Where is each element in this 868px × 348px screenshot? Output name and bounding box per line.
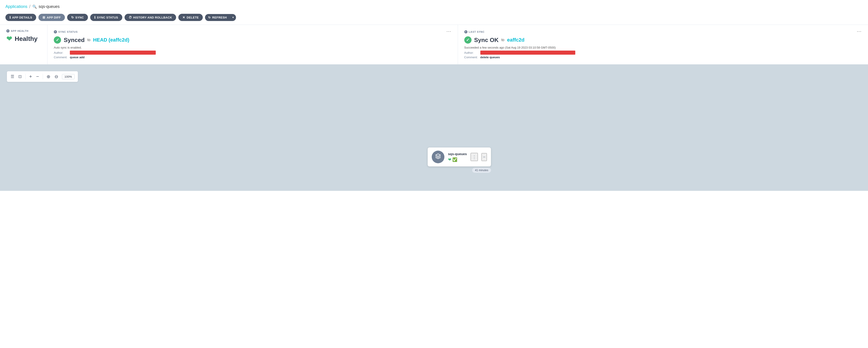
- remove-button[interactable]: −: [36, 73, 39, 80]
- last-sync-author-row: Author:: [464, 50, 862, 55]
- app-node-badges: ❤ ✅: [448, 157, 467, 162]
- author-redacted: [70, 50, 156, 55]
- health-status-text: Healthy: [15, 35, 37, 42]
- app-details-button[interactable]: ℹ APP DETAILS: [5, 14, 36, 21]
- refresh-dropdown-arrow[interactable]: ▾: [230, 14, 236, 21]
- time-badge: 41 minutes: [472, 168, 491, 173]
- history-rollback-button[interactable]: ⏱ HISTORY AND ROLLBACK: [125, 14, 176, 21]
- toolbar-separator-1: [25, 74, 26, 79]
- sync-status-panel: ? SYNC STATUS ··· ✓ Synced to HEAD (eaff…: [48, 25, 458, 64]
- sync-status-info-icon: ?: [54, 30, 57, 33]
- app-diff-button[interactable]: ⊞ APP DIFF: [38, 14, 65, 21]
- app-node-container: sqs-queues ❤ ✅ ⋮ − 41 minutes: [428, 147, 491, 173]
- sync-author-row: Author:: [54, 50, 452, 55]
- last-sync-to-label: to: [501, 38, 504, 42]
- sync-status-button[interactable]: ℹ SYNC STATUS: [90, 14, 122, 21]
- app-health-header: ? APP HEALTH: [6, 29, 41, 33]
- breadcrumb-separator: /: [29, 4, 31, 9]
- applications-link[interactable]: Applications: [5, 4, 27, 9]
- canvas-area: ☰ ⊡ + − ⊕ ⊖ sqs-queues: [0, 64, 868, 191]
- main-toolbar: ℹ APP DETAILS ⊞ APP DIFF ↻ SYNC ℹ SYNC S…: [0, 11, 868, 25]
- sync-ok-check-icon: ✓: [464, 36, 471, 44]
- refresh-split-button: ↻ REFRESH ▾: [205, 14, 236, 21]
- app-node-menu-button[interactable]: ⋮: [471, 153, 478, 161]
- author-label: Author:: [54, 51, 68, 55]
- canvas-toolbar: ☰ ⊡ + − ⊕ ⊖: [7, 71, 78, 82]
- last-sync-comment-label: Comment:: [464, 56, 479, 59]
- fit-screen-button[interactable]: ⊡: [18, 74, 22, 79]
- last-sync-info-icon: ?: [464, 30, 467, 33]
- delete-icon: ✕: [182, 15, 185, 19]
- node-heart-badge: ❤: [448, 157, 452, 162]
- zoom-out-button[interactable]: ⊖: [54, 73, 59, 80]
- app-health-info-icon: ?: [6, 29, 9, 33]
- last-sync-header: ? LAST SYNC ···: [464, 29, 862, 34]
- delete-button[interactable]: ✕ DELETE: [178, 14, 203, 21]
- last-sync-menu[interactable]: ···: [857, 29, 862, 34]
- zoom-in-button[interactable]: ⊕: [46, 73, 51, 80]
- add-button[interactable]: +: [29, 73, 33, 80]
- refresh-button[interactable]: ↻ REFRESH: [205, 14, 230, 21]
- app-node-minus-button[interactable]: −: [482, 153, 487, 161]
- sync-status-menu[interactable]: ···: [446, 29, 451, 34]
- breadcrumb: Applications / 🔍 sqs-queues: [0, 0, 868, 11]
- last-sync-main: ✓ Sync OK to eaffc2d: [464, 36, 862, 44]
- current-app-name: sqs-queues: [39, 4, 60, 9]
- health-status: ❤ Healthy: [6, 35, 41, 43]
- svg-marker-0: [436, 154, 440, 156]
- last-sync-comment-value: delete queues: [480, 56, 500, 59]
- app-node-name: sqs-queues: [448, 152, 467, 156]
- last-sync-author-redacted: [480, 50, 575, 55]
- search-icon: 🔍: [32, 4, 37, 9]
- synced-text: Synced: [64, 37, 85, 44]
- app-node-icon-circle: [432, 151, 444, 163]
- sync-status-icon: ℹ: [94, 15, 95, 19]
- sync-icon: ↻: [71, 15, 74, 19]
- layers-icon: [435, 153, 441, 161]
- sync-comment-row: Comment: queue add: [54, 56, 452, 59]
- diff-icon: ⊞: [42, 15, 45, 19]
- info-icon: ℹ: [9, 15, 11, 19]
- node-check-badge: ✅: [452, 157, 457, 162]
- to-label: to: [88, 38, 90, 42]
- heart-icon: ❤: [6, 35, 12, 43]
- zoom-input[interactable]: [62, 74, 74, 79]
- app-node: sqs-queues ❤ ✅ ⋮ −: [428, 147, 491, 167]
- comment-label: Comment:: [54, 56, 68, 59]
- comment-value: queue add: [70, 56, 85, 59]
- commit-ref-link[interactable]: eaffc2d: [507, 37, 524, 43]
- history-icon: ⏱: [129, 15, 132, 19]
- sync-status-main: ✓ Synced to HEAD (eaffc2d): [54, 36, 452, 44]
- menu-tool-button[interactable]: ☰: [10, 74, 15, 79]
- refresh-icon: ↻: [208, 16, 211, 19]
- sync-ok-text: Sync OK: [474, 37, 499, 44]
- sync-status-header: ? SYNC STATUS ···: [54, 29, 452, 34]
- last-sync-comment-row: Comment: delete queues: [464, 56, 862, 59]
- head-ref-link[interactable]: HEAD (eaffc2d): [93, 37, 129, 43]
- auto-sync-text: Auto sync is enabled.: [54, 46, 452, 49]
- last-sync-panel: ? LAST SYNC ··· ✓ Sync OK to eaffc2d Suc…: [458, 25, 868, 64]
- app-node-content: sqs-queues ❤ ✅: [448, 152, 467, 162]
- synced-check-icon: ✓: [54, 36, 61, 44]
- succeeded-text: Succeeded a few seconds ago (Sat Aug 19 …: [464, 46, 862, 49]
- info-panels-row: ? APP HEALTH ❤ Healthy ? SYNC STATUS ···…: [0, 25, 868, 64]
- last-sync-author-label: Author:: [464, 51, 479, 55]
- app-health-panel: ? APP HEALTH ❤ Healthy: [0, 25, 48, 64]
- sync-button[interactable]: ↻ SYNC: [67, 14, 88, 21]
